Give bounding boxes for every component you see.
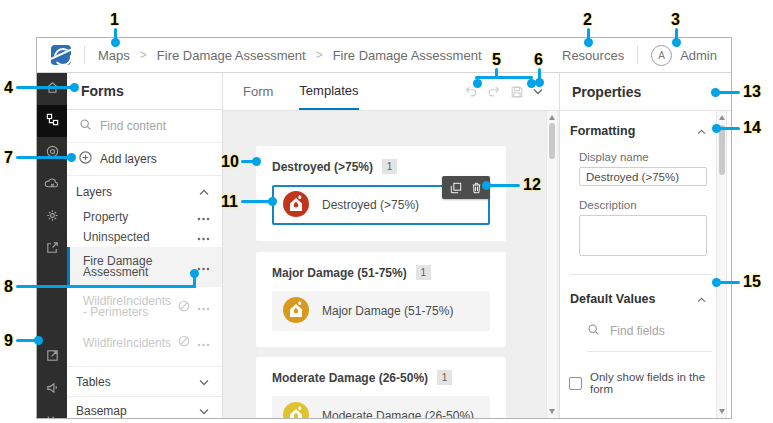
template-card-destroyed[interactable]: Destroyed (>75%) [272,185,490,225]
callout-line [16,86,74,89]
layer-row-property[interactable]: Property [67,207,222,227]
callout-dot [70,83,79,92]
sidebar-item-settings[interactable] [37,201,67,233]
annotated-screenshot: Maps > Fire Damage Assessment > Fire Dam… [0,0,773,423]
template-group-title: Major Damage (51-75%) [272,266,407,280]
tables-section-label: Tables [76,375,199,389]
layer-options-button[interactable] [197,300,210,314]
template-group-title: Destroyed (>75%) [272,160,373,174]
layer-row-wildfire-incidents[interactable]: WildfireIncidents [67,327,222,358]
breadcrumb-maps[interactable]: Maps [98,48,130,63]
sidebar-item-home[interactable] [37,73,67,105]
sidebar-item-offline[interactable] [37,169,67,201]
only-show-fields-checkbox-row[interactable]: Only show fields in the form [569,371,716,395]
damage-field-label: Damage [579,417,716,419]
callout-line [719,281,740,284]
find-content-search[interactable] [67,110,222,143]
tables-section-header[interactable]: Tables [67,366,222,396]
sidebar-item-collapse[interactable] [37,405,67,419]
chevron-down-icon [199,375,209,389]
sidebar-item-geofences[interactable] [37,137,67,169]
layer-row-wildfire-perimeters[interactable]: WildfireIncidents - Perimeters [67,287,222,327]
scrollbar-thumb[interactable] [549,123,555,159]
search-input[interactable] [100,119,200,133]
user-menu[interactable]: A Admin [651,45,717,66]
layer-row-fire-damage-assessment[interactable]: Fire Damage Assessment [67,247,222,287]
template-group-header: Moderate Damage (26-50%) 1 [272,370,490,385]
chevron-up-icon [697,292,706,306]
description-textarea[interactable] [579,215,707,256]
resources-link[interactable]: Resources [562,48,624,63]
add-layers-button[interactable]: Add layers [67,143,222,176]
layer-name: Property [83,210,197,224]
add-layers-label: Add layers [100,152,157,166]
display-name-input[interactable] [579,167,707,186]
template-group-title: Moderate Damage (26-50%) [272,371,428,385]
find-fields-search[interactable] [587,323,712,352]
callout-number: 8 [4,279,13,295]
delete-template-button[interactable] [471,182,482,194]
basemap-section-label: Basemap [76,404,199,418]
callout-number: 7 [4,150,13,166]
checkbox-unchecked[interactable] [569,377,582,390]
layers-section-header[interactable]: Layers [67,176,222,207]
properties-scrollbar[interactable] [716,111,727,418]
home-icon [45,80,60,99]
callout-dot [190,269,199,278]
template-card-major[interactable]: Major Damage (51-75%) [272,291,490,331]
find-fields-input[interactable] [610,324,690,338]
forms-panel-title: Forms [67,73,222,110]
basemap-section-header[interactable]: Basemap [67,396,222,419]
layer-options-button[interactable] [197,230,210,244]
save-menu-chevron[interactable] [533,88,543,95]
templates-list: Destroyed (>75%) 1 Destroyed (>75%) [223,111,559,418]
template-card-label: Major Damage (51-75%) [322,304,453,318]
callout-dot [535,78,544,87]
formatting-section-header[interactable]: Formatting [570,124,706,138]
scroll-up-arrow[interactable] [719,115,725,120]
layer-name: WildfireIncidents - Perimeters [83,296,178,318]
description-label: Description [579,199,716,211]
properties-content: Formatting Display name Description Defa… [560,111,716,418]
sidebar-item-sharing[interactable] [37,233,67,265]
template-card-moderate[interactable]: Moderate Damage (26-50%) [272,396,490,418]
sidebar-item-forms[interactable] [37,105,67,137]
template-group-destroyed: Destroyed (>75%) 1 Destroyed (>75%) [256,146,506,241]
template-card-label: Moderate Damage (26-50%) [322,409,474,418]
template-count-badge: 1 [437,370,452,385]
scrollbar-thumb[interactable] [719,125,725,175]
layer-row-uninspected[interactable]: Uninspected [67,227,222,247]
callout-line [16,156,71,159]
sidebar-item-open-map[interactable] [37,341,67,373]
breadcrumb-map-name[interactable]: Fire Damage Assessment [157,48,306,63]
redo-button[interactable] [487,85,501,98]
scroll-down-arrow[interactable] [549,409,555,414]
callout-line [475,76,533,79]
breadcrumb-separator: > [316,48,323,62]
topbar-right: Resources A Admin [562,45,717,66]
scroll-down-arrow[interactable] [719,409,725,414]
callout-number: 1 [110,12,119,28]
breadcrumb-layer-name[interactable]: Fire Damage Assessment [333,48,482,63]
callout-line [718,91,740,94]
callout-dot [672,38,681,47]
layer-options-button[interactable] [197,210,210,224]
callout-number: 2 [583,12,592,28]
templates-scrollbar[interactable] [546,111,557,418]
tab-templates[interactable]: Templates [299,73,358,110]
properties-title: Properties [560,73,731,111]
duplicate-template-button[interactable] [450,182,462,194]
plus-circle-icon [78,150,93,168]
scroll-up-arrow[interactable] [549,115,555,120]
layers-section-label: Layers [76,185,199,199]
default-values-section-header[interactable]: Default Values [570,292,706,306]
callout-number: 10 [221,154,239,170]
save-button[interactable] [510,85,524,99]
callout-number: 13 [743,84,761,100]
share-icon [45,240,60,259]
callout-line [16,285,196,288]
forms-icon [45,112,60,131]
sidebar-item-feedback[interactable] [37,373,67,405]
tab-form[interactable]: Form [243,73,273,110]
layer-options-button[interactable] [197,336,210,350]
